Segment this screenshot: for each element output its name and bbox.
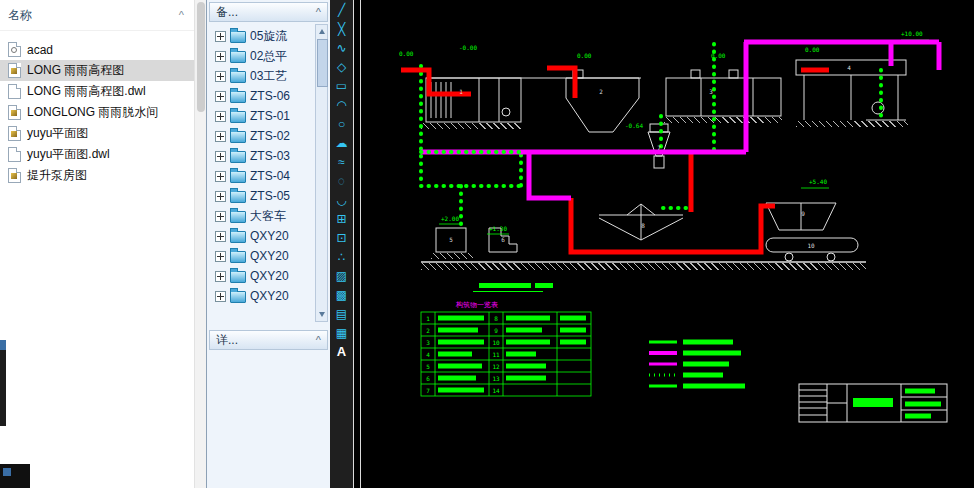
tree-item-9[interactable]: 大客车	[209, 206, 313, 226]
svg-text:0.00: 0.00	[711, 52, 726, 59]
file-row-long-elevation-dwl[interactable]: LONG 雨雨高程图.dwl	[0, 81, 194, 102]
palette-scrollbar[interactable]	[315, 24, 328, 322]
tree-item-3[interactable]: ZTS-06	[209, 86, 313, 106]
tree-item-10[interactable]: QXY20	[209, 226, 313, 246]
make-block-tool-icon[interactable]: ⊡	[330, 228, 353, 247]
folder-icon	[230, 91, 246, 103]
tree-item-6[interactable]: ZTS-03	[209, 146, 313, 166]
region-tool-icon[interactable]: ▤	[330, 304, 353, 323]
expand-icon[interactable]	[215, 131, 226, 142]
tree-item-5[interactable]: ZTS-02	[209, 126, 313, 146]
svg-text:0.00: 0.00	[577, 52, 592, 59]
file-rows: acad LONG 雨雨高程图 LONG 雨雨高程图.dwl LONGLONG …	[0, 39, 194, 186]
expand-icon[interactable]	[215, 71, 226, 82]
expand-icon[interactable]	[215, 191, 226, 202]
file-list-header[interactable]: 名称 ^	[0, 0, 194, 31]
table-text-bars	[438, 316, 586, 393]
tree-item-0[interactable]: 05旋流	[209, 26, 313, 46]
tree-item-label: 05旋流	[250, 28, 287, 45]
palette-resize-divider[interactable]	[353, 0, 361, 488]
draw-toolbar: ╱ ╳ ∿ ◇ ▭ ◠ ○ ☁ ≈ ◌ ◡ ⊞ ⊡ ∴ ▨ ▩ ▤ ▦ A	[330, 0, 353, 488]
file-name: yuyu平面图.dwl	[27, 146, 110, 163]
revision-cloud-tool-icon[interactable]: ☁	[330, 133, 353, 152]
table-tool-icon[interactable]: ▦	[330, 323, 353, 342]
gradient-tool-icon[interactable]: ▩	[330, 285, 353, 304]
svg-text:3: 3	[709, 88, 713, 95]
polyline-tool-icon[interactable]: ∿	[330, 38, 353, 57]
expand-icon[interactable]	[215, 31, 226, 42]
cad-drawing[interactable]: 0.00 -0.00 0.00 0.00 0.00 +10.00 +5.40 +…	[361, 0, 974, 488]
file-row-longlong-dewater[interactable]: LONGLONG 雨雨脱水间	[0, 102, 194, 123]
palette-top-header[interactable]: 备... ^	[209, 2, 328, 22]
expand-icon[interactable]	[215, 291, 226, 302]
construction-line-tool-icon[interactable]: ╳	[330, 19, 353, 38]
palette-bottom-header[interactable]: 详... ^	[209, 330, 328, 350]
point-tool-icon[interactable]: ∴	[330, 247, 353, 266]
tree-item-8[interactable]: ZTS-05	[209, 186, 313, 206]
svg-text:+1.30: +1.30	[489, 225, 507, 232]
dwg-file-icon	[8, 63, 21, 78]
file-row-yuyu-plan-dwl[interactable]: yuyu平面图.dwl	[0, 144, 194, 165]
tree-item-13[interactable]: QXY20	[209, 286, 313, 306]
spline-tool-icon[interactable]: ≈	[330, 152, 353, 171]
circle-tool-icon[interactable]: ○	[330, 114, 353, 133]
svg-text:9: 9	[494, 327, 498, 334]
collapse-icon[interactable]: ^	[316, 6, 321, 18]
multiline-text-tool-icon[interactable]: A	[330, 342, 353, 361]
svg-text:6: 6	[426, 375, 430, 382]
tree-item-label: ZTS-05	[250, 189, 290, 203]
expand-icon[interactable]	[215, 171, 226, 182]
rectangle-tool-icon[interactable]: ▭	[330, 76, 353, 95]
tree-item-label: ZTS-03	[250, 149, 290, 163]
expand-icon[interactable]	[215, 251, 226, 262]
ellipse-tool-icon[interactable]: ◌	[330, 171, 353, 190]
palette-top-header-label: 备...	[216, 4, 238, 21]
scroll-up-icon[interactable]	[319, 29, 325, 34]
pipe-legend	[649, 340, 745, 389]
line-tool-icon[interactable]: ╱	[330, 0, 353, 19]
expand-icon[interactable]	[215, 231, 226, 242]
insert-block-tool-icon[interactable]: ⊞	[330, 209, 353, 228]
svg-text:8: 8	[641, 222, 645, 229]
tree-item-12[interactable]: QXY20	[209, 266, 313, 286]
tree-item-11[interactable]: QXY20	[209, 246, 313, 266]
svg-text:0.00: 0.00	[805, 46, 820, 53]
expand-icon[interactable]	[215, 91, 226, 102]
svg-text:7: 7	[657, 144, 661, 151]
scrollbar-thumb[interactable]	[317, 39, 328, 87]
folder-icon	[230, 111, 246, 123]
sort-ascending-icon[interactable]: ^	[179, 9, 184, 21]
folder-icon	[230, 151, 246, 163]
file-row-yuyu-plan[interactable]: yuyu平面图	[0, 123, 194, 144]
tree-item-4[interactable]: ZTS-01	[209, 106, 313, 126]
tree-item-7[interactable]: ZTS-04	[209, 166, 313, 186]
expand-icon[interactable]	[215, 211, 226, 222]
tree-item-label: ZTS-02	[250, 129, 290, 143]
tree-item-2[interactable]: 03工艺	[209, 66, 313, 86]
tree-item-1[interactable]: 02总平	[209, 46, 313, 66]
expand-icon[interactable]	[215, 51, 226, 62]
polygon-tool-icon[interactable]: ◇	[330, 57, 353, 76]
cad-canvas[interactable]: 0.00 -0.00 0.00 0.00 0.00 +10.00 +5.40 +…	[361, 0, 974, 488]
taskbar-corner-box[interactable]	[0, 464, 30, 488]
scroll-down-icon[interactable]	[319, 312, 325, 317]
tree-item-label: QXY20	[250, 249, 289, 263]
expand-icon[interactable]	[215, 151, 226, 162]
docked-palette-edge[interactable]	[0, 340, 6, 426]
dwl-file-icon	[8, 84, 21, 99]
arc-tool-icon[interactable]: ◠	[330, 95, 353, 114]
file-row-acad[interactable]: acad	[0, 39, 194, 60]
file-panel-scrollbar[interactable]	[194, 0, 206, 488]
file-row-long-elevation[interactable]: LONG 雨雨高程图	[0, 60, 194, 81]
ellipse-arc-tool-icon[interactable]: ◡	[330, 190, 353, 209]
sheet-tree: 05旋流 02总平 03工艺 ZTS-06 ZTS-01 ZTS-02 ZTS-…	[209, 26, 313, 306]
svg-text:11: 11	[492, 351, 500, 358]
folder-icon	[230, 211, 246, 223]
svg-text:-0.64: -0.64	[625, 122, 643, 129]
expand-icon[interactable]	[215, 111, 226, 122]
scrollbar-thumb[interactable]	[197, 2, 205, 112]
expand-icon[interactable]	[215, 271, 226, 282]
file-row-pump-station[interactable]: 提升泵房图	[0, 165, 194, 186]
collapse-icon[interactable]: ^	[316, 334, 321, 346]
hatch-tool-icon[interactable]: ▨	[330, 266, 353, 285]
